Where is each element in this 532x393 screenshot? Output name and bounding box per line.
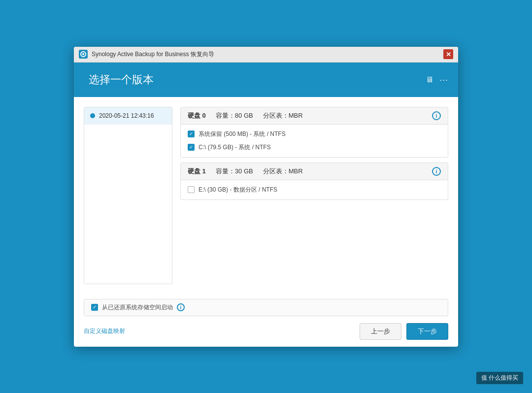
more-menu-icon[interactable]: ··· [439,74,448,85]
version-list: 2020-05-21 12:43:16 [84,107,172,284]
watermark: 值 什么值得买 [476,372,523,384]
dialog-footer: 自定义磁盘映射 上一步 下一步 [74,316,458,347]
monitor-icon[interactable]: 🖥 [426,75,433,84]
custom-disk-mapping-link[interactable]: 自定义磁盘映射 [84,327,125,335]
partition-row: 系统保留 (500 MB) - 系统 / NTFS [188,128,441,141]
content-area: 2020-05-21 12:43:16 硬盘 0 容量：80 GB 分区表：MB… [74,97,458,294]
titlebar-text: Synology Active Backup for Business 恢复向导 [92,50,443,59]
dialog-header: 选择一个版本 🖥 ··· [74,63,458,97]
partition-checkbox-p1[interactable] [188,131,195,137]
disk0-partitions: 系统保留 (500 MB) - 系统 / NTFS C:\ (79.5 GB) … [181,125,448,157]
partition-label-p2: C:\ (79.5 GB) - 系统 / NTFS [199,143,271,152]
boot-option: 从已还原系统存储空间启动 i [84,299,448,316]
app-logo [79,50,88,59]
disk0-section: 硬盘 0 容量：80 GB 分区表：MBR i 系统保留 (500 MB) - … [180,107,448,158]
close-button[interactable]: ✕ [443,49,453,59]
boot-option-checkbox[interactable] [91,304,98,311]
partition-checkbox-p3[interactable] [188,186,195,193]
partition-row: C:\ (79.5 GB) - 系统 / NTFS [188,141,441,154]
disk1-section: 硬盘 1 容量：30 GB 分区表：MBR i E:\ (30 GB) - 数据… [180,163,448,200]
version-label: 2020-05-21 12:43:16 [99,112,154,119]
disk0-info-icon[interactable]: i [432,111,441,120]
disk1-partitions: E:\ (30 GB) - 数据分区 / NTFS [181,180,448,199]
dialog-window: Synology Active Backup for Business 恢复向导… [74,47,458,347]
partition-label-p1: 系统保留 (500 MB) - 系统 / NTFS [199,130,286,138]
disk1-partition-table: 分区表：MBR [263,167,303,176]
bottom-area: 从已还原系统存储空间启动 i [74,294,458,316]
disk1-header: 硬盘 1 容量：30 GB 分区表：MBR i [181,163,448,180]
disk1-info-icon[interactable]: i [432,167,441,176]
watermark-text: 值 什么值得买 [481,374,518,381]
boot-option-label: 从已还原系统存储空间启动 [102,303,173,312]
disk0-label: 硬盘 0 [188,111,206,120]
disk1-label: 硬盘 1 [188,167,206,176]
version-dot [90,113,95,118]
version-item[interactable]: 2020-05-21 12:43:16 [84,107,172,125]
disk0-capacity: 容量：80 GB [216,111,253,120]
partition-row: E:\ (30 GB) - 数据分区 / NTFS [188,183,441,196]
partition-checkbox-p2[interactable] [188,144,195,151]
disk1-capacity: 容量：30 GB [216,167,253,176]
next-button[interactable]: 下一步 [406,323,448,340]
disk0-partition-table: 分区表：MBR [263,111,303,120]
svg-point-1 [82,53,84,55]
titlebar: Synology Active Backup for Business 恢复向导… [74,47,458,63]
disk-panel: 硬盘 0 容量：80 GB 分区表：MBR i 系统保留 (500 MB) - … [180,107,448,284]
partition-label-p3: E:\ (30 GB) - 数据分区 / NTFS [199,186,277,194]
page-title: 选择一个版本 [89,72,443,87]
disk0-header: 硬盘 0 容量：80 GB 分区表：MBR i [181,107,448,125]
boot-option-info-icon[interactable]: i [177,303,185,311]
prev-button[interactable]: 上一步 [360,323,401,340]
